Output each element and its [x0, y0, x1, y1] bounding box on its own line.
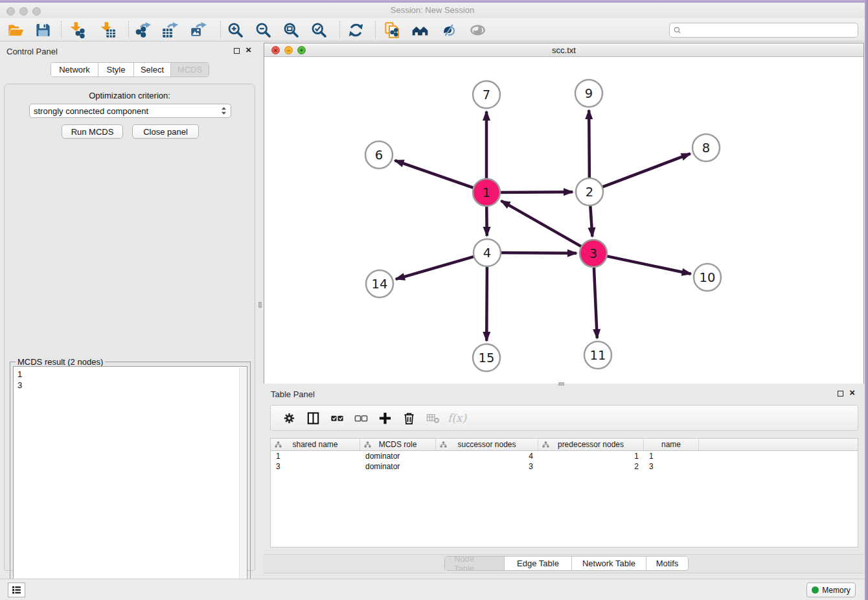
function-builder-button[interactable]: f(x): [445, 408, 469, 428]
table-tab-network-table[interactable]: Network Table: [572, 557, 646, 570]
export-table-button[interactable]: [159, 19, 181, 40]
memory-button[interactable]: Memory: [806, 583, 856, 597]
graph-node-3[interactable]: 3: [580, 240, 607, 267]
show-columns-button[interactable]: [301, 408, 325, 428]
zoom-window-button[interactable]: [32, 7, 41, 16]
graph-node-6[interactable]: 6: [365, 141, 393, 168]
table-options-button[interactable]: [277, 408, 301, 428]
clone-network-button[interactable]: [381, 19, 403, 40]
graph-node-2[interactable]: 2: [576, 178, 603, 205]
edge-2-9[interactable]: [589, 110, 589, 179]
export-image-button[interactable]: [187, 19, 209, 40]
deselect-all-button[interactable]: [349, 408, 373, 428]
column-header-name[interactable]: name: [644, 439, 699, 450]
save-session-button[interactable]: [32, 19, 54, 40]
optimization-criterion-select[interactable]: strongly connected component: [29, 104, 231, 118]
table-tab-edge-table[interactable]: Edge Table: [505, 557, 572, 570]
table-cell[interactable]: 1: [271, 451, 360, 461]
edge-3-1[interactable]: [501, 201, 583, 248]
table-cell[interactable]: 3: [644, 461, 699, 472]
edge-1-2[interactable]: [499, 192, 573, 192]
float-panel-icon[interactable]: [234, 48, 240, 54]
search-box[interactable]: [669, 23, 858, 38]
edge-2-3[interactable]: [590, 204, 592, 237]
table-tab-node-table[interactable]: Node Table: [445, 557, 505, 570]
edge-4-15[interactable]: [486, 265, 487, 341]
network-maximize-button[interactable]: +: [297, 46, 306, 54]
table-cell[interactable]: 4: [436, 451, 538, 461]
column-header-predecessor-nodes[interactable]: predecessor nodes: [538, 439, 644, 450]
select-all-button[interactable]: [325, 408, 349, 428]
zoom-in-icon: [227, 21, 244, 39]
zoom-selected-button[interactable]: [308, 19, 330, 40]
show-all-button[interactable]: [466, 19, 488, 40]
close-window-button[interactable]: [6, 7, 15, 16]
table-cell[interactable]: dominator: [360, 461, 436, 472]
node-label: 14: [372, 277, 388, 292]
graph-node-8[interactable]: 8: [692, 134, 720, 161]
zoom-fit-button[interactable]: [280, 19, 302, 40]
delete-row-button[interactable]: [397, 408, 421, 428]
vertical-splitter-handle[interactable]: [258, 302, 262, 308]
edge-4-14[interactable]: [396, 256, 475, 279]
control-tab-style[interactable]: Style: [98, 63, 134, 76]
network-window-titlebar[interactable]: × − + scc.txt: [264, 43, 863, 57]
table-cell[interactable]: 3: [271, 461, 360, 472]
mcds-result-text[interactable]: 1 3: [13, 366, 247, 600]
edge-1-4[interactable]: [486, 205, 487, 236]
edge-4-3[interactable]: [499, 253, 577, 253]
zoom-out-button[interactable]: [252, 19, 274, 40]
control-tab-select[interactable]: Select: [134, 63, 171, 76]
add-column-button[interactable]: [373, 408, 397, 428]
float-panel-icon[interactable]: [838, 391, 843, 397]
edge-3-11[interactable]: [594, 266, 597, 338]
hide-selected-button[interactable]: [437, 19, 459, 40]
network-minimize-button[interactable]: −: [284, 46, 293, 54]
result-scrollbar[interactable]: [239, 367, 246, 600]
tree-icon: [364, 441, 371, 448]
table-row[interactable]: 1dominator411: [271, 451, 858, 461]
control-tab-mcds[interactable]: MCDS: [171, 63, 209, 76]
graph-node-14[interactable]: 14: [366, 270, 393, 297]
export-network-button[interactable]: [131, 19, 154, 40]
import-network-button[interactable]: [65, 19, 87, 40]
network-graph[interactable]: 7968124314101511: [264, 57, 863, 384]
network-close-button[interactable]: ×: [271, 46, 280, 54]
table-cell[interactable]: 2: [538, 461, 644, 472]
control-tab-network[interactable]: Network: [51, 63, 98, 76]
graph-node-10[interactable]: 10: [694, 264, 721, 291]
search-input[interactable]: [685, 25, 858, 36]
minimize-window-button[interactable]: [19, 7, 28, 16]
close-panel-icon[interactable]: ×: [849, 389, 855, 396]
table-cell[interactable]: 3: [436, 461, 538, 472]
edge-2-8[interactable]: [601, 154, 691, 187]
task-history-button[interactable]: [8, 583, 25, 597]
open-file-button[interactable]: [5, 19, 27, 40]
table-row[interactable]: 3dominator323: [271, 461, 858, 472]
zoom-in-button[interactable]: [224, 19, 246, 40]
table-tab-motifs[interactable]: Motifs: [646, 557, 688, 570]
table-cell[interactable]: 1: [538, 451, 644, 461]
graph-node-1[interactable]: 1: [473, 179, 500, 206]
window-traffic-lights[interactable]: [6, 6, 45, 18]
graph-node-7[interactable]: 7: [473, 81, 500, 108]
graph-node-15[interactable]: 15: [473, 344, 500, 371]
edge-3-10[interactable]: [606, 256, 691, 274]
graph-node-4[interactable]: 4: [474, 239, 501, 266]
graph-node-9[interactable]: 9: [575, 80, 602, 107]
table-cell[interactable]: dominator: [360, 451, 436, 461]
edge-1-6[interactable]: [395, 161, 475, 189]
run-mcds-button[interactable]: Run MCDS: [62, 124, 123, 139]
column-header-successor-nodes[interactable]: successor nodes: [436, 439, 538, 450]
table-cell[interactable]: 1: [644, 451, 699, 461]
close-panel-icon[interactable]: ×: [246, 47, 251, 53]
network-canvas[interactable]: 7968124314101511: [264, 57, 863, 384]
column-header-MCDS-role[interactable]: MCDS role: [360, 439, 436, 450]
import-table-button[interactable]: [96, 19, 118, 40]
close-panel-button[interactable]: Close panel: [132, 124, 199, 139]
first-neighbors-button[interactable]: [409, 19, 431, 40]
graph-node-11[interactable]: 11: [584, 341, 611, 369]
column-header-shared-name[interactable]: shared name: [271, 439, 360, 450]
apply-layout-button[interactable]: [345, 19, 367, 40]
delete-column-button[interactable]: [421, 408, 445, 428]
